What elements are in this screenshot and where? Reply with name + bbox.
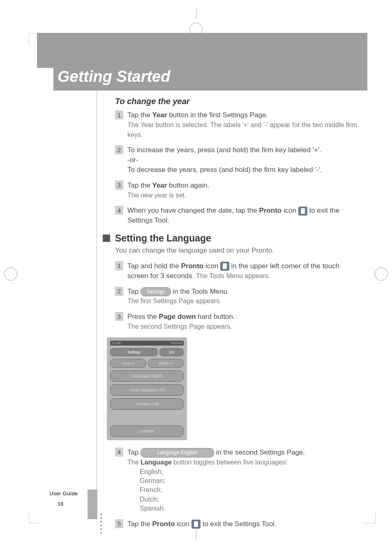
step-3: 3 Tap the Year button again. The new yea… xyxy=(115,181,359,200)
step-body: When you have changed the date, tap the … xyxy=(127,206,359,225)
footer-label: User Guide xyxy=(49,490,78,497)
crop-mark-left xyxy=(0,262,25,286)
step-number: 4 xyxy=(115,206,123,215)
vertical-rule xyxy=(97,91,97,519)
step-number: 1 xyxy=(115,261,123,270)
lang-step-5: 5 Tap the Pronto icon to exit the Settin… xyxy=(115,519,359,529)
ss-btn-cursor: Cursor navigation-Off xyxy=(110,384,184,396)
section-intro: You can change the language used on your… xyxy=(115,246,359,255)
step-sub: The Year button is selected. The labels … xyxy=(127,121,357,138)
step-number: 4 xyxy=(115,448,123,457)
lang-step-1: 1 Tap and hold the Pronto icon in the up… xyxy=(115,261,359,281)
step-body: Press the Page down hard button. The sec… xyxy=(127,312,359,332)
ss-btn-language: Language-English xyxy=(110,370,184,382)
footer-band xyxy=(88,490,97,519)
ss-row-lcd: LCD 4 Button 4 xyxy=(110,359,184,368)
step-number: 3 xyxy=(115,181,123,190)
lang-step-2: 2 Tap Settings in the Tools Menu. The fi… xyxy=(115,287,359,307)
step-sub: The second Settings Page appears. xyxy=(127,323,232,330)
settings-button-inline: Settings xyxy=(141,287,171,297)
chapter-title: Getting Started xyxy=(53,64,367,91)
ss-tabs: Settings 2/4 xyxy=(110,348,184,356)
step-number: 3 xyxy=(115,312,123,321)
step-4: 4 When you have changed the date, tap th… xyxy=(115,206,359,225)
step-body: Tap Settings in the Tools Menu. The firs… xyxy=(127,287,359,307)
step-body: Tap the Pronto icon to exit the Settings… xyxy=(127,519,359,529)
content-area: To change the year 1 Tap the Year button… xyxy=(115,97,359,534)
ss-btn-animation: Animation-Full xyxy=(110,398,184,410)
ss-btn-button: Button 4 xyxy=(148,359,184,368)
footer-dots xyxy=(100,513,102,534)
page-number: 16 xyxy=(58,501,63,507)
step-2: 2 To increase the years, press (and hold… xyxy=(115,145,359,174)
settings-screenshot: 1.3.Ver. Tue 3-13 Settings 2/4 LCD 4 But… xyxy=(107,337,187,440)
corner-mark xyxy=(29,511,41,523)
pronto-icon xyxy=(191,520,201,529)
ss-btn-calibrate: Calibrate xyxy=(110,425,184,437)
step-1: 1 Tap the Year button in the first Setti… xyxy=(115,110,359,139)
pronto-icon xyxy=(298,207,307,216)
step-sub: The new year is set. xyxy=(127,192,186,199)
step-number: 2 xyxy=(115,145,123,154)
header-band xyxy=(37,33,367,68)
lang-step-3: 3 Press the Page down hard button. The s… xyxy=(115,312,359,332)
step-sub: The Language button toggles between five… xyxy=(127,459,288,466)
section-title: Setting the Language xyxy=(115,233,211,244)
ss-header: 1.3.Ver. Tue 3-13 xyxy=(110,341,184,346)
step-body: Tap and hold the Pronto icon in the uppe… xyxy=(127,261,359,281)
section-bullet xyxy=(103,235,110,242)
lang-step-4: 4 Tap Language-English in the second Set… xyxy=(115,448,359,513)
step-body: Tap Language-English in the second Setti… xyxy=(127,448,359,513)
step-sub: The first Settings Page appears. xyxy=(127,297,221,304)
ss-tab-page: 2/4 xyxy=(159,348,184,356)
step-number: 2 xyxy=(115,287,123,296)
step-body: To increase the years, press (and hold) … xyxy=(127,145,359,174)
crop-mark-right xyxy=(367,262,392,286)
corner-mark xyxy=(363,511,376,523)
pronto-icon xyxy=(220,262,229,271)
language-list: English; German; French; Dutch; Spanish. xyxy=(140,467,359,513)
ss-btn-lcd: LCD 4 xyxy=(110,359,146,368)
step-number: 5 xyxy=(115,519,123,528)
step-number: 1 xyxy=(115,110,123,119)
crop-mark-top xyxy=(184,8,208,33)
step-body: Tap the Year button in the first Setting… xyxy=(127,110,359,139)
ss-tab-settings: Settings xyxy=(110,348,158,356)
step-body: Tap the Year button again. The new year … xyxy=(127,181,359,200)
language-button-inline: Language-English xyxy=(141,448,214,457)
subheading-change-year: To change the year xyxy=(115,97,359,106)
section-heading: Setting the Language xyxy=(103,233,359,244)
